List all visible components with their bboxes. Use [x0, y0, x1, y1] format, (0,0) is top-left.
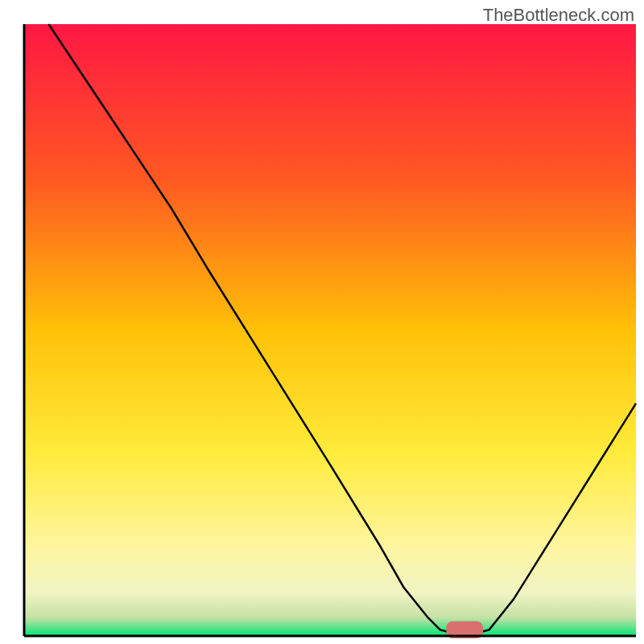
gradient-background: [24, 24, 636, 636]
watermark-text: TheBottleneck.com: [483, 5, 634, 26]
bottleneck-chart: [0, 0, 644, 644]
chart-container: TheBottleneck.com: [0, 0, 644, 644]
